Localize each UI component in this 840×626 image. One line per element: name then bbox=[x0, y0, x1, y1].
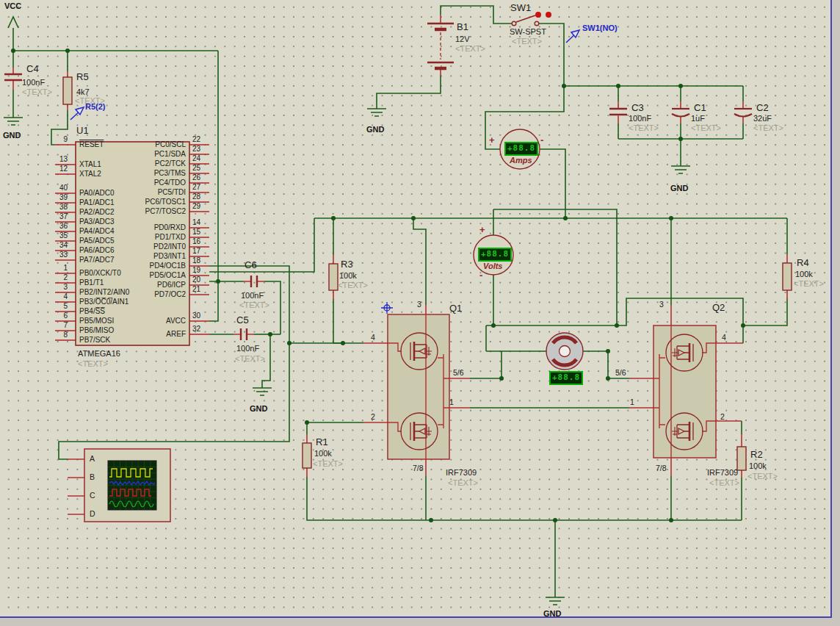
sw1-text: <TEXT> bbox=[512, 37, 542, 46]
c1-text: <TEXT> bbox=[691, 123, 721, 132]
u1-pin-9-name: RESET bbox=[79, 140, 104, 148]
u1-pin-17-name: PD3/INT1 bbox=[109, 252, 186, 260]
origin-marker-icon bbox=[381, 302, 393, 314]
c4-text: <TEXT> bbox=[22, 87, 52, 96]
b1-symbol[interactable] bbox=[427, 24, 454, 68]
r5-ref: R5 bbox=[76, 71, 89, 82]
u1-pin-2-number: 2 bbox=[50, 273, 68, 281]
u1-pin-22-name: PC0/SCL bbox=[109, 140, 186, 148]
c6-value: 100nF bbox=[241, 291, 264, 300]
c5-value: 100nF bbox=[236, 344, 259, 353]
u1-pin-8-number: 8 bbox=[50, 331, 68, 339]
u1-device: ATMEGA16 bbox=[78, 349, 120, 358]
u1-pin-33-number: 33 bbox=[50, 251, 68, 259]
q2-pin2-label: 2 bbox=[720, 412, 725, 421]
u1-pin-35-number: 35 bbox=[50, 231, 68, 240]
r4-text: <TEXT> bbox=[794, 279, 824, 288]
voltmeter-minus: - bbox=[479, 270, 482, 281]
r4-value: 100k bbox=[795, 270, 813, 278]
u1-pin-27-number: 27 bbox=[192, 183, 210, 191]
u1-pin-17-number: 17 bbox=[192, 247, 210, 255]
motor-symbol[interactable] bbox=[546, 333, 583, 370]
r3-symbol bbox=[329, 264, 338, 290]
motor-display: +88.8 bbox=[549, 371, 583, 385]
b1-value: 12V bbox=[455, 35, 470, 43]
ammeter-plus: + bbox=[489, 134, 495, 145]
q2-text: <TEXT> bbox=[709, 478, 739, 487]
u1-pin-5-number: 5 bbox=[50, 302, 68, 310]
c6-symbol bbox=[251, 276, 257, 287]
voltmeter-display: +88.8 bbox=[478, 248, 512, 262]
vcc-label: VCC bbox=[4, 1, 21, 10]
u1-pin-37-number: 37 bbox=[50, 212, 68, 220]
ammeter-minus: - bbox=[540, 134, 543, 145]
u1-pin-26-number: 26 bbox=[192, 173, 210, 181]
voltmeter-label: Volts bbox=[483, 262, 503, 270]
u1-pin-12-number: 12 bbox=[50, 165, 68, 173]
probe-cursors[interactable] bbox=[70, 30, 579, 120]
u1-pin-15-number: 15 bbox=[192, 228, 210, 236]
u1-pin-16-name: PD2/INT0 bbox=[109, 242, 186, 251]
u1-pin-21-name: PD7/OC2 bbox=[109, 290, 186, 298]
u1-pin-25-number: 25 bbox=[192, 164, 210, 172]
q1-ref: Q1 bbox=[449, 303, 462, 314]
scope-input-b-label: B bbox=[90, 472, 95, 481]
c2-value: 32uF bbox=[753, 114, 772, 123]
u1-pin-34-number: 34 bbox=[50, 241, 68, 249]
u1-text: <TEXT> bbox=[78, 359, 108, 368]
r3-text: <TEXT> bbox=[338, 281, 368, 289]
r1-symbol bbox=[303, 443, 311, 468]
gnd-label: GND bbox=[250, 404, 267, 413]
r5-value: 4k7 bbox=[76, 87, 90, 96]
q2-pin3-label: 3 bbox=[659, 300, 664, 309]
c3-value: 100nF bbox=[629, 114, 651, 123]
sw1-ref: SW1 bbox=[510, 2, 531, 13]
u1-pin-6-number: 6 bbox=[50, 312, 68, 320]
u1-pin-27-name: PC5/TDI bbox=[109, 188, 186, 196]
sw1-device: SW-SPST bbox=[510, 27, 546, 36]
r3-ref: R3 bbox=[341, 259, 353, 270]
gnd-label: GND bbox=[543, 609, 561, 618]
q1-pin56-label: 5/6 bbox=[453, 368, 464, 377]
gnd-label: GND bbox=[670, 184, 688, 193]
b1-ref: B1 bbox=[457, 21, 468, 32]
u1-pin-29-number: 29 bbox=[192, 202, 210, 210]
u1-pin-3-number: 3 bbox=[50, 283, 68, 291]
u1-pin-23-number: 23 bbox=[192, 145, 210, 153]
b1-text: <TEXT> bbox=[455, 44, 485, 53]
r1-value: 100k bbox=[314, 449, 332, 458]
u1-pin-25-name: PC3/TMS bbox=[109, 169, 186, 177]
r3-value: 100k bbox=[339, 271, 357, 280]
q1-device: IRF7309 bbox=[446, 468, 477, 477]
r4-symbol bbox=[783, 263, 792, 290]
c3-ref: C3 bbox=[631, 102, 644, 113]
u1-pin-39-number: 39 bbox=[50, 193, 68, 201]
sw1-probe-label: SW1(NO) bbox=[582, 24, 618, 32]
u1-pin-18-name: PD4/OC1B bbox=[109, 262, 186, 270]
c2-symbol bbox=[734, 109, 752, 117]
u1-pin-14-name: PD0/RXD bbox=[109, 223, 186, 231]
c4-symbol bbox=[4, 74, 22, 80]
vcc-symbol[interactable] bbox=[8, 17, 18, 28]
u1-pin-38-number: 38 bbox=[50, 203, 68, 211]
q1-pin1-label: 1 bbox=[449, 397, 454, 406]
sw1-probe-cursor bbox=[566, 30, 579, 43]
u1-pin-4-name: PB3/O̅C̅0̅/AIN1 bbox=[79, 298, 128, 306]
r5-symbol bbox=[63, 77, 72, 104]
r2-text: <TEXT> bbox=[747, 472, 778, 481]
u1-pin-32-number: 32 bbox=[192, 325, 210, 333]
q2-pin1-label: 1 bbox=[630, 397, 634, 406]
scope-input-c-label: C bbox=[90, 491, 95, 500]
c1-value: 1uF bbox=[691, 114, 705, 123]
r1-text: <TEXT> bbox=[313, 459, 343, 468]
c5-symbol bbox=[241, 328, 247, 340]
u1-pin-13-number: 13 bbox=[50, 155, 68, 163]
c2-text: <TEXT> bbox=[753, 123, 783, 132]
c1-symbol bbox=[672, 109, 689, 117]
u1-pin-36-number: 36 bbox=[50, 222, 68, 230]
q2-pin78-label: 7/8 bbox=[656, 464, 667, 472]
u1-pin-19-name: PD5/OC1A bbox=[109, 271, 186, 279]
oscilloscope-symbol[interactable] bbox=[84, 449, 170, 522]
u1-pin-4-number: 4 bbox=[50, 292, 68, 301]
r2-symbol bbox=[737, 447, 746, 470]
